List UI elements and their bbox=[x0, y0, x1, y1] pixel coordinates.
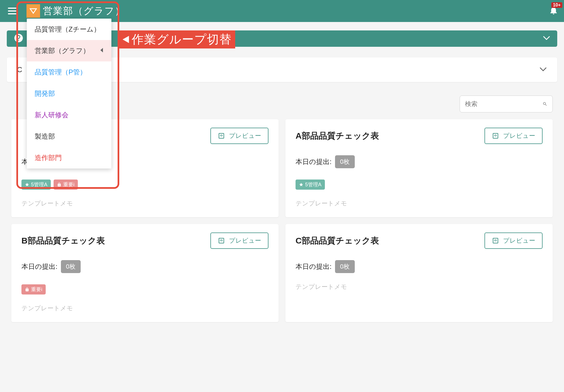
annotation-label: 作業グループ切替 bbox=[119, 30, 235, 48]
page-title: 営業部（グラフ） bbox=[43, 5, 125, 17]
dropdown-item-quality-z[interactable]: 品質管理（Zチーム） bbox=[27, 19, 111, 40]
dropdown-item-label: 製造部 bbox=[35, 132, 55, 141]
chevron-down-icon[interactable] bbox=[539, 67, 547, 73]
dropdown-item-label: 品質管理（Zチーム） bbox=[35, 25, 100, 34]
search-icon bbox=[543, 100, 547, 108]
card-title: A部品品質チェック表 bbox=[296, 130, 379, 142]
memo-label: テンプレートメモ bbox=[296, 199, 543, 208]
template-card: A部品品質チェック表 プレビュー 本日の提出: 0枚 5管理A テンプレートメモ bbox=[285, 119, 553, 217]
preview-icon bbox=[492, 132, 499, 139]
group-dropdown-trigger[interactable] bbox=[27, 4, 40, 18]
preview-icon bbox=[492, 237, 499, 244]
template-card: B部品品質チェック表 プレビュー 本日の提出: 0枚 重要i テンプレートメモ bbox=[11, 224, 279, 322]
preview-icon bbox=[218, 132, 225, 139]
arrow-left-icon bbox=[121, 35, 131, 44]
chevron-down-icon[interactable] bbox=[543, 36, 550, 42]
dropdown-item-dev[interactable]: 開発部 bbox=[27, 83, 111, 104]
dropdown-item-quality-p[interactable]: 品質管理（P管） bbox=[27, 61, 111, 83]
star-icon bbox=[299, 182, 303, 187]
memo-label: テンプレートメモ bbox=[296, 283, 543, 291]
card-title: B部品品質チェック表 bbox=[21, 235, 105, 247]
search-input[interactable] bbox=[465, 100, 543, 108]
submit-label: 本日の提出: bbox=[21, 262, 58, 271]
tag-management: 5管理A bbox=[21, 180, 51, 190]
tag-important: 重要i bbox=[54, 180, 78, 190]
dropdown-item-label: 品質管理（P管） bbox=[35, 68, 87, 77]
preview-button[interactable]: プレビュー bbox=[484, 128, 543, 144]
memo-label: テンプレートメモ bbox=[21, 199, 268, 208]
help-icon[interactable] bbox=[14, 33, 24, 44]
notification-button[interactable]: 10+ bbox=[549, 6, 558, 16]
preview-button[interactable]: プレビュー bbox=[210, 232, 268, 249]
group-dropdown-panel: 品質管理（Zチーム） 営業部（グラフ） 品質管理（P管） 開発部 新人研修会 製… bbox=[27, 19, 111, 169]
dropdown-item-label: 新人研修会 bbox=[35, 110, 69, 119]
dropdown-item-training[interactable]: 新人研修会 bbox=[27, 104, 111, 126]
submit-label: 本日の提出: bbox=[296, 262, 332, 271]
lock-icon bbox=[57, 182, 61, 187]
count-badge: 0枚 bbox=[335, 260, 355, 273]
preview-icon bbox=[218, 237, 225, 244]
preview-button[interactable]: プレビュー bbox=[484, 232, 543, 249]
notification-badge: 10+ bbox=[551, 2, 562, 8]
template-card: C部品品質チェック表 プレビュー 本日の提出: 0枚 テンプレートメモ bbox=[285, 224, 553, 322]
dropdown-item-label: 営業部（グラフ） bbox=[35, 46, 90, 55]
hamburger-menu-icon[interactable] bbox=[6, 5, 19, 17]
dropdown-item-label: 造作部門 bbox=[35, 153, 62, 162]
dropdown-item-manufacturing[interactable]: 製造部 bbox=[27, 126, 111, 147]
count-badge: 0枚 bbox=[335, 155, 355, 168]
count-badge: 0枚 bbox=[61, 260, 81, 273]
star-icon bbox=[25, 182, 29, 187]
preview-button[interactable]: プレビュー bbox=[210, 128, 268, 144]
filter-label: C bbox=[17, 65, 22, 74]
lock-icon bbox=[25, 287, 29, 292]
arrow-left-icon bbox=[100, 47, 103, 55]
dropdown-item-construction[interactable]: 造作部門 bbox=[27, 147, 111, 169]
submit-label: 本日の提出: bbox=[296, 157, 332, 166]
dropdown-item-sales-graph[interactable]: 営業部（グラフ） bbox=[27, 40, 111, 61]
search-box[interactable] bbox=[460, 96, 553, 112]
triangle-down-icon bbox=[30, 8, 37, 14]
card-title: C部品品質チェック表 bbox=[296, 235, 379, 247]
tag-important: 重要i bbox=[21, 284, 46, 294]
memo-label: テンプレートメモ bbox=[21, 304, 268, 313]
tag-management: 5管理A bbox=[296, 180, 325, 190]
dropdown-item-label: 開発部 bbox=[35, 89, 55, 98]
